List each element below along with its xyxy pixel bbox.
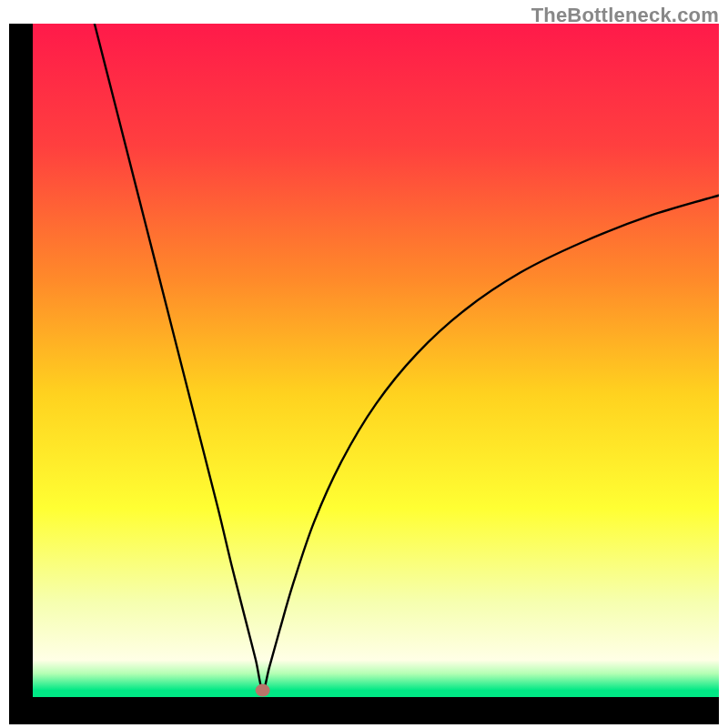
- plot-area: [33, 24, 719, 697]
- chart-stage: TheBottleneck.com: [0, 0, 728, 728]
- chart-svg: [33, 24, 719, 697]
- gradient-background: [33, 24, 719, 697]
- optimum-marker: [256, 684, 270, 697]
- plot-frame: [9, 24, 719, 724]
